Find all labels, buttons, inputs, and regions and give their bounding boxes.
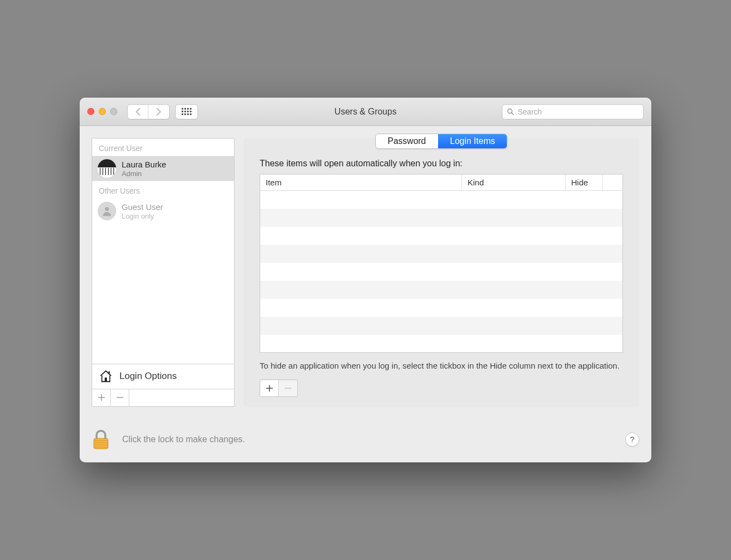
lock-hint-text: Click the lock to make changes.	[122, 435, 245, 444]
login-options-label: Login Options	[119, 371, 177, 382]
table-row	[260, 245, 622, 263]
lock-icon[interactable]	[92, 429, 110, 450]
current-user-section-label: Current User	[92, 139, 234, 156]
sidebar-footer	[92, 389, 234, 406]
avatar-current-user	[98, 159, 116, 178]
main-panel: Password Login Items These items will op…	[243, 138, 639, 406]
login-items-lead-text: These items will open automatically when…	[260, 159, 623, 168]
lock-row: Click the lock to make changes. ?	[80, 419, 651, 462]
svg-point-2	[105, 207, 109, 211]
back-button[interactable]	[128, 105, 148, 119]
search-input[interactable]	[518, 107, 639, 116]
login-options-row[interactable]: Login Options	[92, 364, 234, 389]
login-items-table: Item Kind Hide	[260, 174, 623, 353]
nav-buttons	[127, 104, 170, 119]
current-user-role: Admin	[122, 170, 166, 178]
table-row	[260, 209, 622, 227]
person-icon	[101, 205, 113, 217]
user-row-guest[interactable]: Guest User Login only	[92, 198, 234, 224]
preferences-window: Users & Groups Current User Laura Burke …	[80, 98, 651, 462]
current-user-name: Laura Burke	[122, 160, 166, 170]
minimize-window-button[interactable]	[99, 108, 106, 115]
column-header-item[interactable]: Item	[260, 174, 462, 190]
window-body: Current User Laura Burke Admin Other Use…	[80, 126, 651, 418]
help-button[interactable]: ?	[625, 432, 639, 447]
plus-icon	[266, 384, 273, 392]
plus-icon	[98, 394, 105, 401]
house-icon	[99, 369, 113, 383]
main-content: These items will open automatically when…	[243, 159, 639, 396]
add-login-item-button[interactable]	[260, 380, 279, 396]
users-list: Current User Laura Burke Admin Other Use…	[92, 139, 234, 363]
svg-line-1	[512, 113, 514, 115]
table-row	[260, 317, 622, 335]
svg-rect-4	[109, 371, 110, 374]
chevron-left-icon	[135, 108, 141, 116]
close-window-button[interactable]	[87, 108, 94, 115]
avatar-guest-user	[98, 202, 116, 220]
table-row	[260, 191, 622, 209]
titlebar: Users & Groups	[80, 98, 651, 126]
grid-icon	[182, 108, 191, 115]
other-users-section-label: Other Users	[92, 181, 234, 198]
guest-user-info: Guest User Login only	[122, 202, 163, 221]
guest-user-name: Guest User	[122, 202, 163, 212]
window-title: Users & Groups	[334, 107, 397, 117]
remove-login-item-button[interactable]	[279, 380, 297, 396]
user-row-current[interactable]: Laura Burke Admin	[92, 156, 234, 181]
hide-hint-text: To hide an application when you log in, …	[260, 360, 623, 371]
table-body[interactable]	[260, 191, 622, 353]
zoom-window-button[interactable]	[110, 108, 117, 115]
tab-password[interactable]: Password	[376, 134, 438, 148]
guest-user-role: Login only	[122, 212, 163, 221]
window-controls	[87, 108, 117, 115]
column-header-hide[interactable]: Hide	[566, 174, 603, 190]
minus-icon	[116, 394, 124, 401]
svg-rect-3	[105, 378, 107, 382]
remove-user-button[interactable]	[111, 389, 129, 406]
search-icon	[507, 108, 514, 116]
table-row	[260, 335, 622, 353]
table-row	[260, 299, 622, 317]
tab-login-items[interactable]: Login Items	[438, 134, 507, 148]
add-user-button[interactable]	[92, 389, 111, 406]
chevron-right-icon	[156, 108, 161, 116]
column-header-kind[interactable]: Kind	[462, 174, 566, 190]
users-sidebar: Current User Laura Burke Admin Other Use…	[92, 138, 235, 406]
table-row	[260, 281, 622, 299]
table-header: Item Kind Hide	[260, 174, 622, 191]
current-user-info: Laura Burke Admin	[122, 160, 166, 178]
segmented-control: Password Login Items	[375, 134, 508, 149]
forward-button[interactable]	[148, 105, 169, 119]
search-field[interactable]	[502, 104, 644, 119]
table-row	[260, 263, 622, 281]
login-items-add-remove	[260, 380, 298, 397]
table-row	[260, 227, 622, 245]
column-header-spacer	[603, 174, 622, 190]
minus-icon	[284, 384, 292, 392]
show-all-button[interactable]	[175, 104, 198, 119]
tab-bar: Password Login Items	[243, 134, 639, 149]
